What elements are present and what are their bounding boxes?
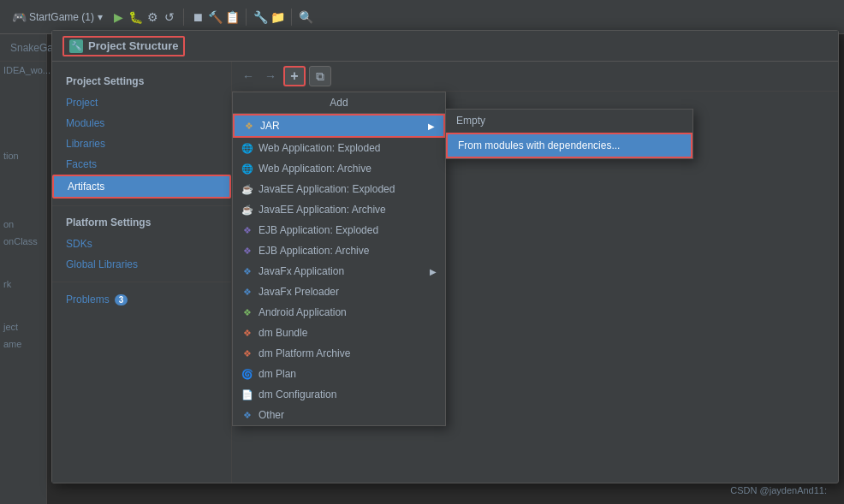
- toolbar-separator3: [291, 9, 292, 26]
- dropdown-item-javafx-preloader[interactable]: ❖ JavaFx Preloader: [233, 282, 445, 302]
- jar-submenu: Empty From modules with dependencies...: [445, 109, 693, 159]
- javafx-submenu-arrow: ▶: [430, 267, 437, 276]
- sidebar-divider: [52, 205, 231, 206]
- dropdown-item-web-archive[interactable]: 🌐 Web Application: Archive: [233, 158, 445, 179]
- forward-button[interactable]: →: [261, 68, 280, 85]
- left-sidebar: SnakeGa... IDEA_wo... tion on onClass rk…: [0, 34, 47, 504]
- problems-row[interactable]: Problems 3: [52, 289, 231, 310]
- dropdown-arrow-icon: ▾: [98, 11, 103, 23]
- javaee-exploded-label: JavaEE Application: Exploded: [259, 183, 395, 195]
- stop-icon[interactable]: ⏹: [191, 10, 205, 24]
- copy-artifact-button[interactable]: ⧉: [309, 66, 331, 86]
- dm-platform-icon: ❖: [241, 347, 253, 359]
- other-label: Other: [259, 409, 284, 421]
- jar-submenu-arrow: ▶: [428, 122, 435, 131]
- toolbar-separator: [183, 9, 184, 26]
- config-icon: 🎮: [12, 10, 26, 24]
- dialog-inner-toolbar: ← → + ⧉: [232, 62, 838, 92]
- project-structure-dialog: 🔧 Project Structure Project Settings Pro…: [51, 30, 839, 483]
- javafx-app-label: JavaFx Application: [259, 265, 344, 277]
- submenu-item-empty[interactable]: Empty: [446, 110, 692, 133]
- sidebar-item-artifacts[interactable]: Artifacts: [52, 175, 231, 199]
- onclass-label: onClass: [0, 233, 46, 250]
- other-icon: ❖: [241, 409, 253, 421]
- settings-icon[interactable]: 🔧: [253, 10, 267, 24]
- ejb-exploded-label: EJB Application: Exploded: [259, 224, 378, 236]
- back-button[interactable]: ←: [239, 68, 258, 85]
- sidebar-item-global-libraries[interactable]: Global Libraries: [52, 254, 231, 275]
- ame-label: ame: [0, 335, 46, 353]
- dropdown-item-web-exploded[interactable]: 🌐 Web Application: Exploded: [233, 138, 445, 158]
- dm-bundle-label: dm Bundle: [259, 327, 307, 339]
- sidebar-divider-2: [52, 282, 231, 282]
- sdk-icon[interactable]: 📋: [225, 10, 239, 24]
- ejb-exploded-icon: ❖: [241, 224, 253, 236]
- add-artifact-button[interactable]: +: [283, 66, 306, 86]
- dropdown-item-dm-bundle[interactable]: ❖ dm Bundle: [233, 323, 445, 343]
- toolbar-run-config[interactable]: 🎮 StartGame (1) ▾: [7, 8, 108, 27]
- dialog-body: Project Settings Project Modules Librari…: [52, 62, 838, 483]
- dialog-main-content: ← → + ⧉ Add ❖ JAR ▶: [232, 62, 838, 483]
- ject-label: ject: [0, 318, 46, 335]
- debug-icon[interactable]: 🐛: [128, 10, 142, 24]
- web-archive-icon: 🌐: [241, 163, 253, 175]
- build-icon[interactable]: 🔨: [208, 10, 222, 24]
- project-settings-heading: Project Settings: [52, 72, 231, 92]
- dropdown-item-ejb-exploded[interactable]: ❖ EJB Application: Exploded: [233, 220, 445, 240]
- dropdown-item-android[interactable]: ❖ Android Application: [233, 302, 445, 323]
- dropdown-item-ejb-archive[interactable]: ❖ EJB Application: Archive: [233, 240, 445, 261]
- submenu-item-from-modules[interactable]: From modules with dependencies...: [446, 133, 692, 158]
- javaee-archive-label: JavaEE Application: Archive: [259, 204, 386, 216]
- idea-workspace-label: IDEA_wo...: [0, 62, 46, 79]
- dropdown-item-javaee-archive[interactable]: ☕ JavaEE Application: Archive: [233, 199, 445, 220]
- dropdown-item-other[interactable]: ❖ Other: [233, 405, 445, 425]
- main-area: SnakeGa... IDEA_wo... tion on onClass rk…: [0, 34, 844, 504]
- jar-icon: ❖: [243, 120, 255, 132]
- dropdown-item-dm-plan[interactable]: 🌀 dm Plan: [233, 364, 445, 384]
- dropdown-item-jar[interactable]: ❖ JAR ▶: [233, 114, 445, 138]
- sidebar-item-facets[interactable]: Facets: [52, 154, 231, 175]
- dm-platform-label: dm Platform Archive: [259, 347, 350, 359]
- android-label: Android Application: [259, 306, 347, 318]
- empty-label: Empty: [456, 115, 485, 127]
- toolbar-separator2: [246, 9, 247, 26]
- watermark: CSDN @jaydenAnd11:: [730, 485, 827, 495]
- dropdown-item-javaee-exploded[interactable]: ☕ JavaEE Application: Exploded: [233, 179, 445, 199]
- sidebar-item-project[interactable]: Project: [52, 92, 231, 113]
- from-modules-label: From modules with dependencies...: [458, 139, 620, 151]
- web-archive-label: Web Application: Archive: [259, 163, 371, 175]
- sidebar-item-libraries[interactable]: Libraries: [52, 133, 231, 154]
- coverage-icon[interactable]: ⚙: [146, 10, 159, 24]
- android-icon: ❖: [241, 306, 253, 318]
- dropdown-item-javafx-app[interactable]: ❖ JavaFx Application ▶: [233, 261, 445, 282]
- project-structure-icon[interactable]: 📁: [270, 10, 284, 24]
- web-exploded-icon: 🌐: [241, 142, 253, 154]
- dm-config-label: dm Configuration: [259, 388, 336, 400]
- add-dropdown-title: Add: [233, 92, 445, 114]
- dm-bundle-icon: ❖: [241, 327, 253, 339]
- dialog-title: Project Structure: [88, 39, 178, 52]
- snakegame-tab[interactable]: SnakeGa...: [0, 34, 46, 62]
- dropdown-item-dm-config[interactable]: 📄 dm Configuration: [233, 384, 445, 405]
- add-button-label: +: [290, 68, 298, 84]
- main-toolbar: 🎮 StartGame (1) ▾ ▶ 🐛 ⚙ ↺ ⏹ 🔨 📋 🔧 📁 🔍: [0, 0, 844, 34]
- profile-icon[interactable]: ↺: [163, 10, 176, 24]
- sidebar-item-sdks[interactable]: SDKs: [52, 234, 231, 254]
- javaee-exploded-icon: ☕: [241, 183, 253, 195]
- dropdown-item-dm-platform[interactable]: ❖ dm Platform Archive: [233, 343, 445, 364]
- sidebar-item-modules[interactable]: Modules: [52, 113, 231, 133]
- ejb-archive-icon: ❖: [241, 245, 253, 257]
- run-config-label: StartGame (1): [29, 11, 94, 23]
- search-icon[interactable]: 🔍: [299, 10, 312, 24]
- play-icon[interactable]: ▶: [111, 10, 125, 24]
- javafx-preloader-label: JavaFx Preloader: [259, 286, 339, 298]
- copy-button-label: ⧉: [316, 69, 324, 84]
- dm-plan-label: dm Plan: [259, 368, 296, 380]
- dm-plan-icon: 🌀: [241, 368, 253, 380]
- ejb-archive-label: EJB Application: Archive: [259, 245, 369, 257]
- add-dropdown-menu: Add ❖ JAR ▶ 🌐 Web Application: Exploded …: [232, 92, 446, 426]
- javaee-archive-icon: ☕: [241, 204, 253, 216]
- dialog-sidebar: Project Settings Project Modules Librari…: [52, 62, 232, 483]
- dm-config-icon: 📄: [241, 388, 253, 400]
- javafx-app-icon: ❖: [241, 265, 253, 277]
